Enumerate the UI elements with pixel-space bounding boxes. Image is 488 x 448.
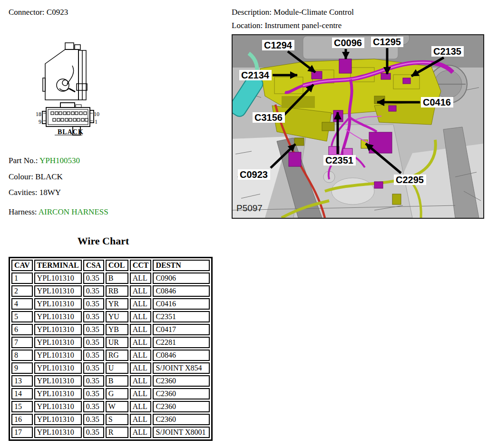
callout-label: C1294 <box>264 40 293 50</box>
table-row: 1YPL1013100.35BALLC0906 <box>11 273 210 284</box>
table-cell: 0.35 <box>83 311 104 322</box>
table-cell: 0.35 <box>83 375 104 387</box>
table-cell: YR <box>106 298 128 310</box>
table-cell: ALL <box>130 337 152 348</box>
table-cell: C0846 <box>153 285 210 297</box>
table-row: 8YPL1013100.35RGALLC0846 <box>11 350 210 361</box>
table-cell: YPL101310 <box>34 427 82 438</box>
table-cell: ALL <box>130 311 152 322</box>
table-cell: ALL <box>130 401 152 412</box>
cavities-value: 18WY <box>39 188 61 197</box>
callout-label: C1295 <box>373 37 401 47</box>
harness-value: AIRCON HARNESS <box>39 207 108 216</box>
wire-chart: CAV TERMINAL CSA COL CCT DESTN 1YPL10131… <box>9 257 213 441</box>
table-cell: YPL101310 <box>34 401 82 412</box>
cavities-line: Cavities: 18WY <box>9 188 61 197</box>
table-row: 15YPL1013100.35WALLC2360 <box>11 401 210 412</box>
table-cell: 1 <box>11 273 33 284</box>
table-cell: C2360 <box>153 375 210 387</box>
part-no-label: Part No.: <box>9 156 38 165</box>
table-cell: C0416 <box>153 298 210 310</box>
table-row: 13YPL1013100.35BALLC2360 <box>11 375 210 387</box>
table-cell: YPL101310 <box>34 298 82 310</box>
table-row: 6YPL1013100.35YBALLC0417 <box>11 324 210 335</box>
table-cell: C2351 <box>153 311 210 322</box>
column-header-cav: CAV <box>11 260 33 271</box>
column-header-terminal: TERMINAL <box>34 260 82 271</box>
callout-label: C2135 <box>433 46 461 57</box>
table-cell: 0.35 <box>83 273 104 284</box>
photo-scene <box>232 34 484 219</box>
table-cell: RB <box>106 285 128 297</box>
description-line: Description: Module-Climate Control <box>232 8 354 17</box>
table-cell: ALL <box>130 273 152 284</box>
column-header-csa: CSA <box>83 260 104 271</box>
table-cell: S <box>106 414 128 425</box>
table-cell: C2360 <box>153 414 210 425</box>
table-cell: 0.35 <box>83 427 104 438</box>
connector-colour-text: BLACK <box>58 128 84 136</box>
location-value: Instrument panel-centre <box>264 21 342 30</box>
photo-id-label: P5097 <box>236 203 263 213</box>
table-cell: ALL <box>130 362 152 374</box>
wire-chart-body: 1YPL1013100.35BALLC09062YPL1013100.35RBA… <box>11 273 210 438</box>
wire-chart-table: CAV TERMINAL CSA COL CCT DESTN 1YPL10131… <box>9 257 213 441</box>
table-cell: 16 <box>11 414 33 425</box>
table-cell: 8 <box>11 350 33 361</box>
table-cell: YPL101310 <box>34 414 82 425</box>
table-cell: B <box>106 375 128 387</box>
table-cell: ALL <box>130 375 152 387</box>
connector-diagram: 18 10 9 1 BLACK <box>26 39 138 140</box>
connector-heading: Connector: C0923 <box>9 8 68 17</box>
callout-label: C0923 <box>240 169 268 180</box>
location-label: Location: <box>232 21 263 30</box>
table-cell: RG <box>106 350 128 361</box>
table-cell: 0.35 <box>83 388 104 399</box>
connector-side-view <box>43 43 87 100</box>
table-cell: UR <box>106 337 128 348</box>
colour-line: Colour: BLACK <box>9 172 63 182</box>
table-cell: 9 <box>11 362 33 374</box>
part-no-line: Part No.: YPH100530 <box>9 156 80 166</box>
table-row: 5YPL1013100.35YUALLC2351 <box>11 311 210 322</box>
cavities-label: Cavities: <box>9 188 37 197</box>
pin-number-9: 9 <box>39 118 41 125</box>
table-cell: G <box>106 388 128 399</box>
column-header-col: COL <box>106 260 128 271</box>
table-cell: ALL <box>130 427 152 438</box>
table-cell: 17 <box>11 427 33 438</box>
pin-number-18: 18 <box>36 111 41 117</box>
table-cell: YPL101310 <box>34 273 82 284</box>
callout-label: C3156 <box>254 112 283 123</box>
colour-label: Colour: <box>9 172 33 181</box>
table-cell: ALL <box>130 324 152 335</box>
table-header-row: CAV TERMINAL CSA COL CCT DESTN <box>11 260 210 271</box>
table-cell: 0.35 <box>83 401 104 412</box>
table-cell: 0.35 <box>83 362 104 374</box>
table-cell: 13 <box>11 375 33 387</box>
table-cell: U <box>106 362 128 374</box>
table-cell: 15 <box>11 401 33 412</box>
table-cell: C0846 <box>153 350 210 361</box>
table-cell: YPL101310 <box>34 337 82 348</box>
table-cell: C2360 <box>153 388 210 399</box>
table-cell: ALL <box>130 285 152 297</box>
table-cell: C2281 <box>153 337 210 348</box>
table-row: 2YPL1013100.35RBALLC0846 <box>11 285 210 297</box>
table-cell: R <box>106 427 128 438</box>
table-cell: C0417 <box>153 324 210 335</box>
table-cell: 7 <box>11 337 33 348</box>
table-cell: ALL <box>130 388 152 399</box>
harness-label: Harness: <box>9 207 37 216</box>
table-cell: YPL101310 <box>34 362 82 374</box>
connector-label: Connector: <box>9 8 45 17</box>
table-cell: ALL <box>130 298 152 310</box>
table-cell: B <box>106 273 128 284</box>
table-cell: S/JOINT X8001 <box>153 427 210 438</box>
location-photo: C1294 C0096 C1295 C2135 C2134 C3156 <box>232 34 484 219</box>
table-cell: ALL <box>130 414 152 425</box>
callout-label: C2295 <box>396 175 424 185</box>
table-cell: 14 <box>11 388 33 399</box>
column-header-cct: CCT <box>130 260 152 271</box>
table-row: 9YPL1013100.35UALLS/JOINT X854 <box>11 362 210 374</box>
